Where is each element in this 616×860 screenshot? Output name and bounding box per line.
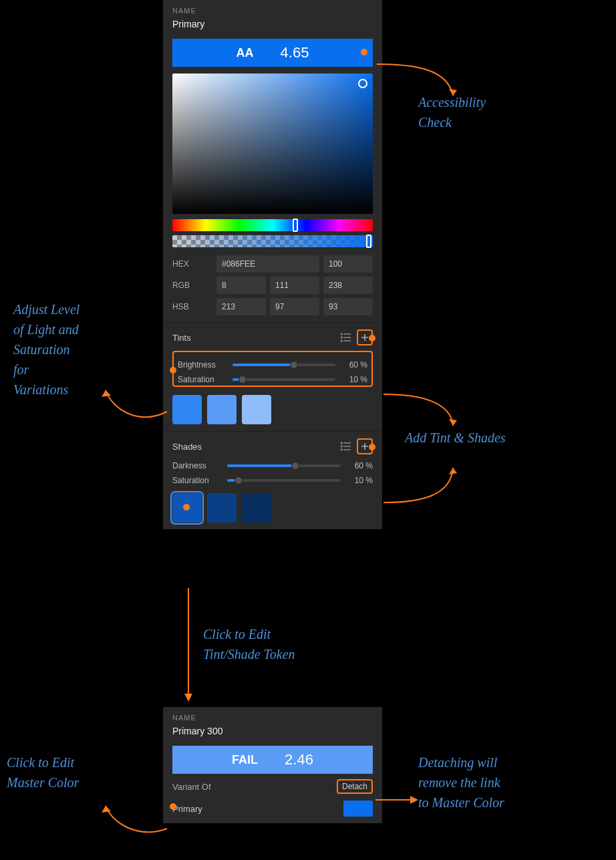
annotation-dot-icon bbox=[170, 367, 176, 374]
hsb-label: HSB bbox=[172, 302, 212, 311]
svg-point-3 bbox=[341, 333, 342, 335]
rgb-r-input[interactable]: 8 bbox=[216, 277, 266, 294]
hex-input[interactable]: #086FEE bbox=[216, 255, 319, 273]
darkness-label: Darkness bbox=[172, 461, 222, 470]
svg-point-4 bbox=[341, 337, 342, 338]
rgb-g-input[interactable]: 111 bbox=[270, 277, 319, 294]
shade-saturation-value: 10 % bbox=[346, 476, 373, 485]
annotation-dot-icon bbox=[369, 444, 375, 450]
annotation-add: Add Tint & Shades bbox=[405, 428, 506, 448]
tints-title: Tints bbox=[172, 333, 191, 343]
variant-name-section: NAME Primary 300 FAIL 2.46 Variant Of De… bbox=[163, 707, 382, 823]
master-color-swatch[interactable] bbox=[343, 801, 373, 817]
tints-section: Tints Brightness 60 % bbox=[163, 323, 382, 432]
svg-point-11 bbox=[341, 449, 342, 450]
annotation-detach: Detaching will remove the link to Master… bbox=[418, 752, 504, 813]
tint-slider-group: Brightness 60 % Saturation 10 % bbox=[172, 351, 373, 387]
color-panel-variant: NAME Primary 300 FAIL 2.46 Variant Of De… bbox=[163, 707, 382, 823]
variant-a11y-score: 2.46 bbox=[285, 751, 313, 768]
detach-button[interactable]: Detach bbox=[337, 779, 373, 794]
svg-point-9 bbox=[341, 442, 342, 444]
rgb-b-input[interactable]: 238 bbox=[323, 277, 373, 294]
tint-saturation-thumb[interactable] bbox=[239, 376, 247, 384]
svg-marker-18 bbox=[410, 796, 418, 804]
alpha-slider[interactable] bbox=[172, 235, 373, 247]
annotation-accessibility: Accessibility Check bbox=[418, 92, 486, 132]
arrow-icon bbox=[182, 588, 195, 705]
brightness-slider[interactable] bbox=[233, 364, 335, 366]
tint-swatch[interactable] bbox=[207, 395, 237, 424]
shade-saturation-label: Saturation bbox=[172, 476, 222, 485]
hue-handle[interactable] bbox=[293, 219, 298, 232]
svg-marker-17 bbox=[102, 806, 111, 813]
svg-marker-16 bbox=[184, 694, 192, 702]
tint-saturation-slider[interactable] bbox=[233, 378, 335, 381]
a11y-rating: AA bbox=[237, 46, 254, 60]
tint-saturation-label: Saturation bbox=[178, 375, 227, 384]
shade-swatches bbox=[172, 493, 373, 523]
hex-label: HEX bbox=[172, 259, 212, 269]
annotation-click-token: Click to Edit Tint/Shade Token bbox=[203, 624, 295, 664]
variant-name-value[interactable]: Primary 300 bbox=[172, 726, 373, 736]
color-canvas-handle[interactable] bbox=[358, 79, 367, 88]
tint-saturation-value: 10 % bbox=[341, 375, 367, 384]
hsb-h-input[interactable]: 213 bbox=[216, 298, 266, 315]
darkness-thumb[interactable] bbox=[291, 462, 299, 470]
hue-slider[interactable] bbox=[172, 219, 373, 231]
svg-point-5 bbox=[341, 340, 342, 341]
master-color-link[interactable]: Primary bbox=[172, 804, 202, 814]
a11y-score: 4.65 bbox=[281, 44, 309, 61]
darkness-value: 60 % bbox=[346, 461, 373, 470]
svg-point-10 bbox=[341, 446, 342, 447]
variant-of-label: Variant Of bbox=[172, 782, 211, 792]
annotation-adjust: Adjust Level of Light and Saturation for… bbox=[13, 299, 80, 400]
hsb-s-input[interactable]: 97 bbox=[270, 298, 319, 315]
add-tint-button[interactable] bbox=[357, 329, 373, 345]
shades-section: Shades Darkness 60 % Saturation bbox=[163, 432, 382, 529]
annotation-dot-icon bbox=[183, 504, 190, 511]
darkness-slider[interactable] bbox=[227, 464, 341, 467]
shade-saturation-slider[interactable] bbox=[227, 479, 341, 482]
list-icon[interactable] bbox=[341, 333, 351, 342]
color-values: HEX #086FEE 100 RGB 8 111 238 HSB 213 97… bbox=[172, 255, 373, 315]
list-icon[interactable] bbox=[341, 442, 351, 451]
shade-swatch[interactable] bbox=[207, 493, 237, 523]
hsb-v-input[interactable]: 93 bbox=[323, 298, 373, 315]
annotation-dot-icon bbox=[369, 335, 375, 341]
name-value[interactable]: Primary bbox=[172, 19, 373, 29]
accessibility-bar: AA 4.65 bbox=[172, 39, 373, 67]
color-panel-primary: NAME Primary AA 4.65 HEX #086FEE 100 RGB… bbox=[163, 0, 382, 529]
shades-title: Shades bbox=[172, 442, 202, 452]
alpha-input[interactable]: 100 bbox=[323, 255, 373, 273]
svg-marker-14 bbox=[449, 468, 457, 474]
arrow-icon bbox=[381, 462, 461, 523]
variant-accessibility-bar: FAIL 2.46 bbox=[172, 746, 373, 774]
annotation-dot-icon bbox=[170, 803, 176, 810]
name-section: NAME Primary AA 4.65 HEX #086FEE 100 RGB… bbox=[163, 0, 382, 323]
alpha-handle[interactable] bbox=[366, 235, 371, 248]
brightness-value: 60 % bbox=[341, 360, 367, 370]
svg-marker-15 bbox=[102, 390, 111, 397]
variant-a11y-rating: FAIL bbox=[232, 753, 258, 767]
svg-marker-13 bbox=[449, 419, 457, 426]
add-shade-button[interactable] bbox=[357, 438, 373, 454]
tint-swatches bbox=[172, 395, 373, 424]
tint-swatch[interactable] bbox=[242, 395, 271, 424]
color-canvas[interactable] bbox=[172, 74, 373, 214]
shade-swatch[interactable] bbox=[172, 493, 202, 523]
shade-saturation-thumb[interactable] bbox=[235, 476, 243, 484]
brightness-label: Brightness bbox=[178, 360, 227, 370]
brightness-thumb[interactable] bbox=[290, 361, 298, 369]
annotation-dot-icon bbox=[361, 49, 367, 55]
variant-name-label: NAME bbox=[172, 714, 373, 722]
name-label: NAME bbox=[172, 7, 373, 15]
annotation-click-master: Click to Edit Master Color bbox=[7, 752, 79, 793]
shade-swatch[interactable] bbox=[242, 493, 271, 523]
tint-swatch[interactable] bbox=[172, 395, 202, 424]
rgb-label: RGB bbox=[172, 281, 212, 290]
